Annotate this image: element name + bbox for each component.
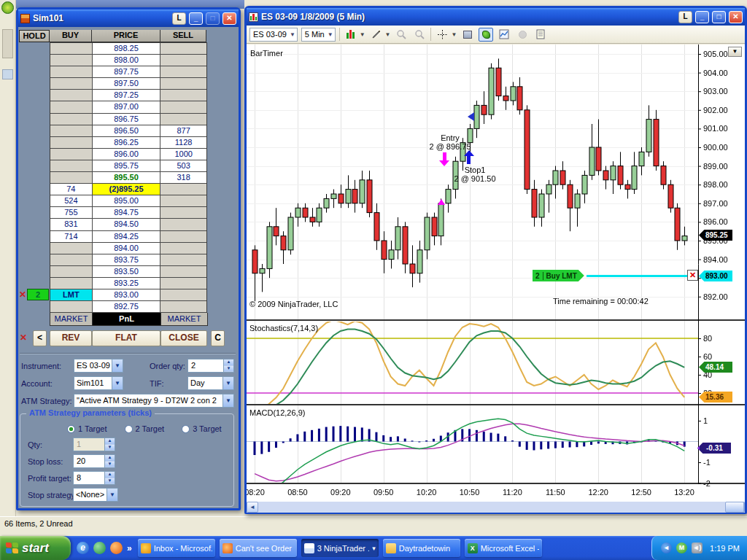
chevron-down-icon[interactable]: ▼	[385, 31, 391, 38]
maximize-button[interactable]: □	[206, 12, 220, 25]
sell-cell[interactable]: 1000	[160, 149, 206, 160]
sell-cell[interactable]	[160, 78, 206, 90]
buy-cell[interactable]	[50, 90, 93, 101]
link-button[interactable]: L	[678, 11, 692, 23]
rev-button[interactable]: REV	[50, 330, 92, 346]
spin-up-icon[interactable]: ▲	[105, 455, 115, 462]
sell-cell[interactable]: 1128	[160, 137, 206, 149]
chart-style-button[interactable]	[344, 28, 358, 42]
price-cell[interactable]: 896.75	[93, 114, 161, 125]
pnl-button[interactable]: PnL	[93, 313, 161, 325]
buy-cell[interactable]	[50, 101, 93, 113]
snapshot-button[interactable]	[460, 28, 475, 42]
chevron-down-icon[interactable]: ▼	[112, 377, 123, 389]
price-cell[interactable]: 893.25	[93, 278, 161, 289]
working-order-qty-cell[interactable]: 2	[27, 289, 49, 300]
scrollbar-thumb[interactable]	[725, 502, 744, 513]
buy-cell[interactable]	[50, 66, 93, 78]
sell-cell[interactable]	[160, 207, 206, 219]
cancel-order-button[interactable]: ✕	[687, 270, 698, 281]
buy-cell[interactable]	[50, 137, 93, 149]
price-cell[interactable]: 897.25	[93, 90, 161, 101]
price-cell[interactable]: 897.00	[93, 101, 161, 113]
buy-cell[interactable]: 714	[50, 231, 93, 243]
column-header-sell[interactable]: SELL	[160, 30, 206, 42]
buy-cell[interactable]	[50, 266, 93, 278]
data-panel-button[interactable]	[533, 28, 548, 42]
buy-cell[interactable]	[50, 172, 93, 184]
order-qty-stepper[interactable]: 2▲▼	[187, 359, 234, 373]
chevron-down-icon[interactable]: ▼	[112, 359, 123, 372]
scroll-left-icon[interactable]: ◄	[247, 502, 258, 513]
price-cell[interactable]: 896.50	[93, 125, 161, 137]
chevron-down-icon[interactable]: ▾	[372, 545, 376, 552]
sell-cell[interactable]	[160, 90, 206, 101]
sell-cell[interactable]: 503	[160, 160, 206, 172]
account-select[interactable]: Sim101▼	[74, 376, 123, 390]
buy-cell[interactable]: 74	[50, 184, 93, 195]
ie-icon[interactable]: e	[77, 542, 89, 554]
overflow-chevrons[interactable]: »	[127, 543, 132, 553]
sell-cell[interactable]	[160, 301, 206, 313]
atm-strategy-select[interactable]: "Active ATM Strategy 9 - DT2W 2 con 2▼	[74, 394, 234, 408]
close-button[interactable]: ✕	[222, 12, 236, 25]
alerts-button[interactable]	[515, 28, 530, 42]
market-buy-button[interactable]: MARKET	[50, 313, 93, 325]
chevron-down-icon[interactable]: ▼	[222, 377, 233, 389]
zoom-in-button[interactable]	[394, 28, 409, 42]
buy-cell[interactable]	[50, 55, 93, 66]
messenger-tray-icon[interactable]: M	[676, 542, 687, 553]
price-cell[interactable]: 895.75	[93, 160, 161, 172]
sell-cell[interactable]	[160, 101, 206, 113]
qty-stepper[interactable]: 1▲▼	[73, 438, 115, 451]
stop-strategy-select[interactable]: <None>▼	[73, 488, 118, 502]
price-cell[interactable]: 894.25	[93, 231, 161, 243]
chart-titlebar[interactable]: ES 03-09 1/8/2009 (5 Min) L _ □ ✕	[247, 8, 745, 26]
minimize-button[interactable]: _	[695, 11, 709, 23]
price-cell[interactable]: 895.00	[93, 195, 161, 207]
taskbar-button-daytradetowin[interactable]: Daytradetowin	[383, 539, 460, 557]
price-cell[interactable]: 894.50	[93, 219, 161, 230]
column-header-price[interactable]: PRICE	[92, 30, 160, 42]
price-cell[interactable]: (2)895.25	[93, 184, 161, 195]
collapse-button[interactable]: <	[33, 330, 47, 346]
zoom-out-button[interactable]	[412, 28, 427, 42]
dom-titlebar[interactable]: Sim101 L _ □ ✕	[18, 9, 239, 27]
spin-down-icon[interactable]: ▼	[105, 445, 115, 451]
buy-cell[interactable]	[50, 301, 93, 313]
sell-cell[interactable]	[160, 219, 206, 230]
price-cell[interactable]: 896.00	[93, 149, 161, 160]
indicators-button[interactable]	[497, 28, 511, 42]
drawing-tools-button[interactable]	[369, 28, 384, 42]
toolbar-interval-select[interactable]: 5 Min▼	[301, 28, 336, 42]
crosshair-button[interactable]	[435, 28, 449, 42]
sell-cell[interactable]	[160, 114, 206, 125]
c-button[interactable]: C	[211, 330, 225, 346]
buy-cell[interactable]	[50, 160, 93, 172]
volume-icon[interactable]: ◄)	[692, 542, 703, 553]
taskbar-button-microsoft-excel[interactable]: XMicrosoft Excel -...	[465, 539, 542, 557]
instrument-select[interactable]: ES 03-09▼	[74, 359, 123, 373]
sell-cell[interactable]	[160, 243, 206, 254]
price-cell[interactable]: 893.75	[93, 254, 161, 266]
buy-cell[interactable]	[50, 149, 93, 160]
link-button[interactable]: L	[172, 12, 186, 25]
sell-cell[interactable]	[160, 289, 206, 301]
buy-cell[interactable]	[50, 43, 93, 55]
price-cell[interactable]: 894.75	[93, 207, 161, 219]
price-cell[interactable]: 893.00	[93, 289, 161, 301]
sell-cell[interactable]	[160, 195, 206, 207]
sell-cell[interactable]	[160, 184, 206, 195]
buy-cell[interactable]: 524	[50, 195, 93, 207]
price-cell[interactable]: 897.50	[93, 78, 161, 90]
price-cell[interactable]: 894.00	[93, 243, 161, 254]
chevron-down-icon[interactable]: ▼	[451, 31, 457, 38]
chart-scrollbar[interactable]: ◄ ►	[247, 502, 745, 513]
radio-icon[interactable]	[182, 425, 190, 433]
radio-icon[interactable]	[125, 425, 133, 433]
radio-2-target[interactable]: 2 Target	[125, 421, 165, 435]
buy-cell[interactable]	[50, 114, 93, 125]
toolbar-instrument-select[interactable]: ES 03-09▼	[249, 28, 298, 42]
order-tag[interactable]: 2 Buy LMT	[533, 270, 584, 281]
sell-cell[interactable]	[160, 55, 206, 66]
